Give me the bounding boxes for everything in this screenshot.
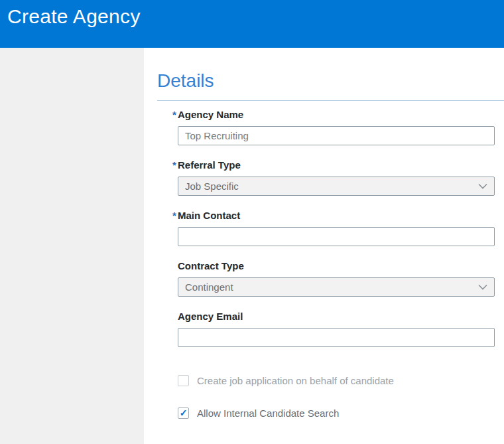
page-header: Create Agency bbox=[0, 0, 504, 48]
required-marker: * bbox=[172, 210, 176, 222]
field-agency-name: *Agency Name bbox=[178, 109, 504, 145]
page-title: Create Agency bbox=[7, 5, 141, 27]
main-contact-label: *Main Contact bbox=[178, 210, 504, 222]
contract-type-label-text: Contract Type bbox=[178, 260, 244, 271]
page-body: Details *Agency Name *Referral Type Job … bbox=[0, 48, 504, 444]
chevron-down-icon bbox=[478, 183, 487, 189]
main-contact-input[interactable] bbox=[178, 227, 495, 246]
allow-internal-search-checkbox-label: Allow Internal Candidate Search bbox=[197, 407, 339, 419]
section-divider bbox=[157, 100, 504, 101]
details-panel: Details *Agency Name *Referral Type Job … bbox=[144, 48, 504, 444]
allow-internal-search-checkbox[interactable]: ✓ bbox=[178, 407, 189, 419]
agency-email-label: Agency Email bbox=[178, 311, 504, 323]
contract-type-select[interactable]: Contingent bbox=[178, 277, 495, 297]
required-marker: * bbox=[172, 159, 176, 171]
agency-email-input[interactable] bbox=[178, 328, 495, 347]
field-contract-type: Contract Type Contingent bbox=[178, 260, 504, 297]
contract-type-label: Contract Type bbox=[178, 260, 504, 272]
main-contact-label-text: Main Contact bbox=[178, 210, 240, 221]
referral-type-select[interactable]: Job Specific bbox=[178, 177, 495, 196]
field-main-contact: *Main Contact bbox=[178, 210, 504, 246]
chevron-down-icon bbox=[478, 284, 487, 290]
create-application-checkbox-row: Create job application on behalf of cand… bbox=[178, 375, 504, 386]
referral-type-selected-value: Job Specific bbox=[185, 181, 239, 192]
agency-name-label-text: Agency Name bbox=[178, 109, 243, 120]
agency-name-label: *Agency Name bbox=[178, 109, 504, 121]
create-application-checkbox bbox=[178, 375, 189, 386]
agency-form: *Agency Name *Referral Type Job Specific bbox=[178, 109, 504, 419]
field-referral-type: *Referral Type Job Specific bbox=[178, 159, 504, 196]
required-marker: * bbox=[172, 109, 176, 121]
contract-type-selected-value: Contingent bbox=[185, 281, 233, 293]
checkmark-icon: ✓ bbox=[180, 408, 188, 417]
section-title: Details bbox=[157, 70, 504, 92]
agency-name-input[interactable] bbox=[178, 126, 495, 145]
create-application-checkbox-label: Create job application on behalf of cand… bbox=[197, 375, 394, 386]
referral-type-label-text: Referral Type bbox=[178, 159, 241, 171]
left-panel bbox=[0, 48, 144, 444]
field-agency-email: Agency Email bbox=[178, 311, 504, 347]
referral-type-label: *Referral Type bbox=[178, 159, 504, 171]
agency-email-label-text: Agency Email bbox=[178, 311, 243, 322]
allow-internal-search-checkbox-row: ✓ Allow Internal Candidate Search bbox=[178, 407, 504, 419]
